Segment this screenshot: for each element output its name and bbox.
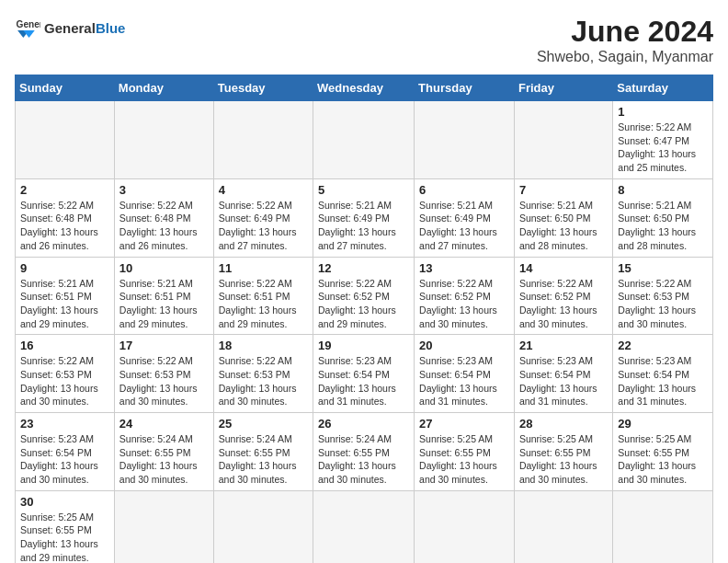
generalblue-logo-icon: General: [15, 15, 40, 40]
calendar-cell: 22Sunrise: 5:23 AM Sunset: 6:54 PM Dayli…: [613, 335, 713, 413]
calendar-cell: [514, 490, 612, 563]
calendar-cell: 4Sunrise: 5:22 AM Sunset: 6:49 PM Daylig…: [213, 178, 313, 257]
calendar-cell: 20Sunrise: 5:23 AM Sunset: 6:54 PM Dayli…: [415, 335, 515, 413]
svg-text:General: General: [17, 19, 40, 29]
week-row-6: 30Sunrise: 5:25 AM Sunset: 6:55 PM Dayli…: [16, 490, 713, 563]
calendar-cell: 28Sunrise: 5:25 AM Sunset: 6:55 PM Dayli…: [514, 413, 612, 491]
day-info: Sunrise: 5:22 AM Sunset: 6:53 PM Dayligh…: [119, 354, 209, 408]
day-info: Sunrise: 5:25 AM Sunset: 6:55 PM Dayligh…: [419, 432, 509, 487]
col-header-thursday: Thursday: [415, 75, 515, 101]
week-row-1: 1Sunrise: 5:22 AM Sunset: 6:47 PM Daylig…: [16, 101, 713, 179]
calendar-cell: 17Sunrise: 5:22 AM Sunset: 6:53 PM Dayli…: [114, 335, 213, 413]
calendar-cell: [415, 101, 515, 179]
col-header-monday: Monday: [114, 75, 213, 101]
day-info: Sunrise: 5:22 AM Sunset: 6:52 PM Dayligh…: [318, 277, 409, 331]
day-info: Sunrise: 5:25 AM Sunset: 6:55 PM Dayligh…: [519, 432, 608, 487]
day-number: 30: [20, 495, 109, 509]
calendar-cell: 18Sunrise: 5:22 AM Sunset: 6:53 PM Dayli…: [213, 335, 313, 413]
col-header-wednesday: Wednesday: [313, 75, 415, 101]
calendar-table: SundayMondayTuesdayWednesdayThursdayFrid…: [15, 75, 713, 563]
day-info: Sunrise: 5:22 AM Sunset: 6:48 PM Dayligh…: [20, 199, 109, 253]
col-header-tuesday: Tuesday: [213, 75, 313, 101]
calendar-cell: 11Sunrise: 5:22 AM Sunset: 6:51 PM Dayli…: [213, 257, 313, 335]
day-info: Sunrise: 5:21 AM Sunset: 6:51 PM Dayligh…: [20, 277, 109, 331]
day-number: 28: [519, 417, 608, 431]
calendar-cell: 9Sunrise: 5:21 AM Sunset: 6:51 PM Daylig…: [16, 257, 115, 335]
day-info: Sunrise: 5:22 AM Sunset: 6:47 PM Dayligh…: [618, 121, 708, 175]
logo: General GeneralBlue: [15, 15, 125, 40]
day-info: Sunrise: 5:22 AM Sunset: 6:53 PM Dayligh…: [618, 277, 708, 331]
calendar-cell: 16Sunrise: 5:22 AM Sunset: 6:53 PM Dayli…: [16, 335, 115, 413]
calendar-cell: [114, 101, 213, 179]
calendar-cell: 8Sunrise: 5:21 AM Sunset: 6:50 PM Daylig…: [613, 178, 713, 257]
calendar-cell: 26Sunrise: 5:24 AM Sunset: 6:55 PM Dayli…: [313, 413, 415, 491]
day-info: Sunrise: 5:22 AM Sunset: 6:51 PM Dayligh…: [219, 277, 308, 331]
col-header-saturday: Saturday: [613, 75, 713, 101]
calendar-cell: 29Sunrise: 5:25 AM Sunset: 6:55 PM Dayli…: [613, 413, 713, 491]
title-block: June 2024 Shwebo, Sagain, Myanmar: [537, 15, 713, 65]
day-number: 7: [519, 183, 608, 197]
day-info: Sunrise: 5:24 AM Sunset: 6:55 PM Dayligh…: [219, 432, 308, 487]
calendar-cell: [16, 101, 115, 179]
day-info: Sunrise: 5:21 AM Sunset: 6:51 PM Dayligh…: [119, 277, 209, 331]
calendar-cell: 19Sunrise: 5:23 AM Sunset: 6:54 PM Dayli…: [313, 335, 415, 413]
day-number: 25: [219, 417, 308, 431]
day-number: 4: [219, 183, 308, 197]
week-row-5: 23Sunrise: 5:23 AM Sunset: 6:54 PM Dayli…: [16, 413, 713, 491]
day-number: 19: [318, 339, 409, 352]
day-number: 17: [119, 339, 209, 352]
calendar-cell: 27Sunrise: 5:25 AM Sunset: 6:55 PM Dayli…: [415, 413, 515, 491]
day-number: 5: [318, 183, 409, 197]
day-info: Sunrise: 5:21 AM Sunset: 6:50 PM Dayligh…: [519, 199, 608, 253]
day-number: 15: [618, 261, 708, 275]
day-number: 2: [20, 183, 109, 197]
logo-text: GeneralBlue: [44, 20, 125, 36]
day-number: 21: [519, 339, 608, 352]
day-info: Sunrise: 5:21 AM Sunset: 6:50 PM Dayligh…: [618, 199, 708, 253]
header: General GeneralBlue June 2024 Shwebo, Sa…: [15, 15, 713, 65]
month-year-title: June 2024: [537, 15, 713, 49]
day-number: 12: [318, 261, 409, 275]
logo-blue: Blue: [96, 20, 126, 36]
day-info: Sunrise: 5:25 AM Sunset: 6:55 PM Dayligh…: [618, 432, 708, 487]
day-number: 13: [419, 261, 509, 275]
day-info: Sunrise: 5:22 AM Sunset: 6:53 PM Dayligh…: [219, 354, 308, 408]
day-info: Sunrise: 5:21 AM Sunset: 6:49 PM Dayligh…: [318, 199, 409, 253]
calendar-cell: 15Sunrise: 5:22 AM Sunset: 6:53 PM Dayli…: [613, 257, 713, 335]
calendar-cell: 14Sunrise: 5:22 AM Sunset: 6:52 PM Dayli…: [514, 257, 612, 335]
calendar-cell: [415, 490, 515, 563]
location-subtitle: Shwebo, Sagain, Myanmar: [537, 49, 713, 65]
calendar-cell: 3Sunrise: 5:22 AM Sunset: 6:48 PM Daylig…: [114, 178, 213, 257]
day-number: 24: [119, 417, 209, 431]
calendar-cell: 30Sunrise: 5:25 AM Sunset: 6:55 PM Dayli…: [16, 490, 115, 563]
day-number: 29: [618, 417, 708, 431]
calendar-cell: [213, 101, 313, 179]
calendar-cell: 1Sunrise: 5:22 AM Sunset: 6:47 PM Daylig…: [613, 101, 713, 179]
day-number: 16: [20, 339, 109, 352]
week-row-3: 9Sunrise: 5:21 AM Sunset: 6:51 PM Daylig…: [16, 257, 713, 335]
logo-general: General: [44, 20, 96, 36]
day-number: 23: [20, 417, 109, 431]
calendar-cell: 10Sunrise: 5:21 AM Sunset: 6:51 PM Dayli…: [114, 257, 213, 335]
day-info: Sunrise: 5:23 AM Sunset: 6:54 PM Dayligh…: [519, 354, 608, 408]
calendar-cell: [313, 490, 415, 563]
day-number: 10: [119, 261, 209, 275]
calendar-cell: [213, 490, 313, 563]
day-number: 20: [419, 339, 509, 352]
calendar-cell: [514, 101, 612, 179]
calendar-header-row: SundayMondayTuesdayWednesdayThursdayFrid…: [16, 75, 713, 101]
day-info: Sunrise: 5:22 AM Sunset: 6:49 PM Dayligh…: [219, 199, 308, 253]
calendar-cell: 23Sunrise: 5:23 AM Sunset: 6:54 PM Dayli…: [16, 413, 115, 491]
day-info: Sunrise: 5:24 AM Sunset: 6:55 PM Dayligh…: [318, 432, 409, 487]
day-number: 22: [618, 339, 708, 352]
day-number: 8: [618, 183, 708, 197]
calendar-cell: 25Sunrise: 5:24 AM Sunset: 6:55 PM Dayli…: [213, 413, 313, 491]
day-info: Sunrise: 5:23 AM Sunset: 6:54 PM Dayligh…: [419, 354, 509, 408]
day-info: Sunrise: 5:22 AM Sunset: 6:53 PM Dayligh…: [20, 354, 109, 408]
calendar-cell: 24Sunrise: 5:24 AM Sunset: 6:55 PM Dayli…: [114, 413, 213, 491]
day-info: Sunrise: 5:21 AM Sunset: 6:49 PM Dayligh…: [419, 199, 509, 253]
calendar-cell: 13Sunrise: 5:22 AM Sunset: 6:52 PM Dayli…: [415, 257, 515, 335]
day-number: 3: [119, 183, 209, 197]
day-info: Sunrise: 5:22 AM Sunset: 6:48 PM Dayligh…: [119, 199, 209, 253]
day-info: Sunrise: 5:25 AM Sunset: 6:55 PM Dayligh…: [20, 511, 109, 563]
